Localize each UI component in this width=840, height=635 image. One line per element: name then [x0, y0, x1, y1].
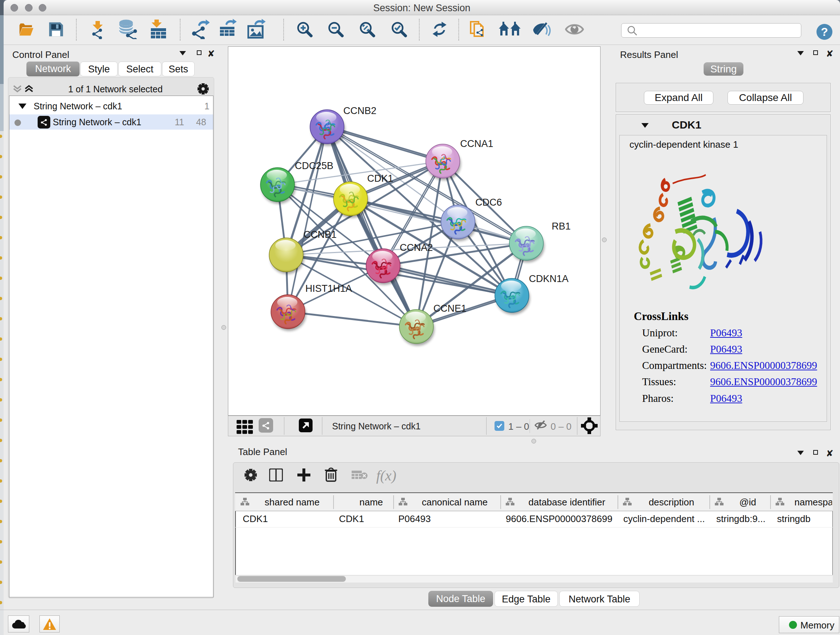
svg-text:HIST1H1A: HIST1H1A	[305, 283, 352, 294]
svg-text:RB1: RB1	[552, 221, 571, 232]
svg-text:CCNA2: CCNA2	[400, 242, 433, 253]
svg-text:CDC6: CDC6	[475, 197, 502, 208]
svg-text:CDC25B: CDC25B	[295, 160, 333, 171]
svg-text:CCNB2: CCNB2	[343, 105, 377, 116]
svg-text:CCNB1: CCNB1	[303, 229, 337, 240]
svg-text:CCNA1: CCNA1	[460, 138, 493, 149]
svg-text:CCNE1: CCNE1	[433, 303, 467, 314]
svg-text:CDKN1A: CDKN1A	[529, 273, 569, 284]
svg-text:CDK1: CDK1	[367, 173, 393, 184]
